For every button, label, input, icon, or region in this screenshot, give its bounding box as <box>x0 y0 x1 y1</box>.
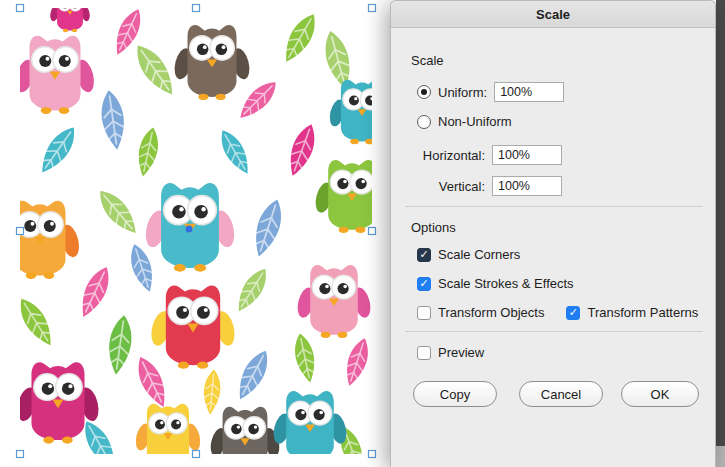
scale-corners-label: Scale Corners <box>438 247 520 262</box>
transform-objects-label: Transform Objects <box>438 305 544 320</box>
scale-strokes-effects-checkbox[interactable] <box>417 277 431 291</box>
scale-strokes-effects-label: Scale Strokes & Effects <box>438 276 574 291</box>
vertical-label: Vertical: <box>417 179 485 194</box>
selection-handle[interactable] <box>17 228 24 235</box>
illustrator-workspace: Scale Scale Uniform: Non-Uniform Horizon… <box>0 0 725 467</box>
selection-handle[interactable] <box>369 451 376 458</box>
options-section-heading: Options <box>411 220 456 235</box>
selection-handle[interactable] <box>17 5 24 12</box>
cancel-button[interactable]: Cancel <box>519 381 603 407</box>
uniform-radio[interactable] <box>417 85 431 99</box>
selection-handle[interactable] <box>193 5 200 12</box>
selection-handle[interactable] <box>17 451 24 458</box>
horizontal-label: Horizontal: <box>417 148 485 163</box>
transform-patterns-checkbox[interactable] <box>566 306 580 320</box>
transform-objects-checkbox[interactable] <box>417 306 431 320</box>
ok-button[interactable]: OK <box>621 381 699 407</box>
panel-dock-strip-bottom <box>716 446 725 467</box>
non-uniform-radio[interactable] <box>417 115 431 129</box>
preview-label: Preview <box>438 345 484 360</box>
scale-dialog: Scale Scale Uniform: Non-Uniform Horizon… <box>390 0 716 467</box>
transform-patterns-label: Transform Patterns <box>587 305 698 320</box>
copy-button[interactable]: Copy <box>413 381 497 407</box>
selection-handle[interactable] <box>369 228 376 235</box>
uniform-input[interactable] <box>494 82 564 102</box>
non-uniform-label: Non-Uniform <box>438 114 512 129</box>
vertical-input[interactable] <box>492 176 562 196</box>
section-divider <box>405 331 703 332</box>
pattern-group <box>0 0 390 467</box>
scale-corners-checkbox[interactable] <box>417 248 431 262</box>
artboard[interactable] <box>0 0 390 467</box>
section-divider <box>405 206 703 207</box>
selection-handle[interactable] <box>193 451 200 458</box>
pattern-center-point[interactable] <box>186 226 193 233</box>
uniform-label: Uniform: <box>438 85 487 100</box>
horizontal-input[interactable] <box>492 145 562 165</box>
selection-handle[interactable] <box>369 5 376 12</box>
dialog-title: Scale <box>536 7 570 22</box>
preview-checkbox[interactable] <box>417 346 431 360</box>
owl-pattern-artwork[interactable] <box>0 0 390 467</box>
dialog-titlebar[interactable]: Scale <box>391 1 715 28</box>
panel-dock-strip <box>716 0 725 446</box>
scale-section-heading: Scale <box>411 53 444 68</box>
